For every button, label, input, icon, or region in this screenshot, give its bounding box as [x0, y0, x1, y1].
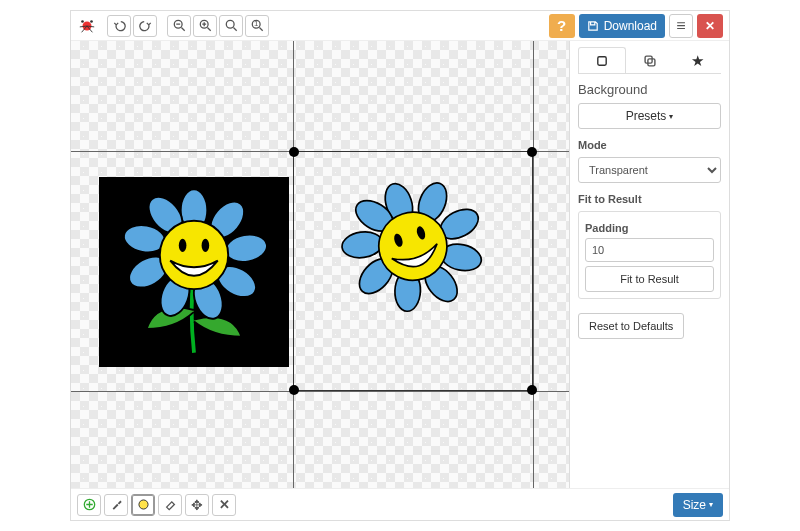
help-button[interactable]: ?	[549, 14, 575, 38]
top-toolbar: 1 ? Download ≡ ✕	[71, 11, 729, 41]
square-icon	[595, 54, 609, 68]
x-icon: ✕	[219, 497, 230, 512]
svg-rect-32	[598, 56, 606, 64]
mode-select[interactable]: Transparent	[578, 157, 721, 183]
menu-button[interactable]: ≡	[669, 14, 693, 38]
svg-point-18	[179, 239, 187, 252]
sidebar-tabs: ★	[578, 47, 721, 74]
undo-button[interactable]	[107, 15, 131, 37]
reset-defaults-button[interactable]: Reset to Defaults	[578, 313, 684, 339]
menu-icon: ≡	[676, 18, 685, 34]
crop-selection[interactable]	[293, 151, 533, 391]
padding-label: Padding	[585, 222, 714, 234]
crop-handle-bl[interactable]	[289, 385, 299, 395]
tool-move[interactable]: ✥	[185, 494, 209, 516]
fit-section-label: Fit to Result	[578, 193, 721, 205]
download-label: Download	[604, 19, 657, 33]
tool-clear[interactable]: ✕	[212, 494, 236, 516]
size-button[interactable]: Size ▾	[673, 493, 723, 517]
tab-multi[interactable]	[626, 47, 674, 73]
redo-button[interactable]	[133, 15, 157, 37]
fit-to-result-button[interactable]: Fit to Result	[585, 266, 714, 292]
svg-text:1: 1	[254, 19, 258, 28]
zoom-in-button[interactable]	[193, 15, 217, 37]
download-button[interactable]: Download	[579, 14, 665, 38]
tool-add[interactable]	[77, 494, 101, 516]
presets-button[interactable]: Presets ▾	[578, 103, 721, 129]
save-icon	[587, 20, 599, 32]
crop-handle-tl[interactable]	[289, 147, 299, 157]
tool-erase[interactable]	[158, 494, 182, 516]
fit-fieldset: Padding Fit to Result	[578, 211, 721, 299]
eyedropper-icon	[110, 498, 123, 511]
crop-handle-tr[interactable]	[527, 147, 537, 157]
svg-point-1	[90, 20, 93, 23]
plus-circle-icon	[83, 498, 96, 511]
mode-label: Mode	[578, 139, 721, 151]
svg-point-36	[138, 500, 147, 509]
size-label: Size	[683, 498, 706, 512]
svg-point-17	[160, 221, 228, 289]
svg-point-10	[223, 232, 269, 265]
move-icon: ✥	[191, 497, 203, 513]
tool-highlight[interactable]	[131, 494, 155, 516]
close-button[interactable]: ✕	[697, 14, 723, 38]
star-icon: ★	[691, 52, 704, 70]
tab-favorite[interactable]: ★	[673, 47, 721, 73]
right-sidebar: ★ Background Presets ▾ Mode Transparent …	[569, 41, 729, 488]
background-section-title: Background	[578, 82, 721, 97]
close-icon: ✕	[705, 19, 715, 33]
circle-yellow-icon	[137, 498, 150, 511]
caret-down-icon: ▾	[709, 500, 713, 509]
svg-point-5	[226, 20, 234, 28]
bottom-toolbar: ✥ ✕ Size ▾	[71, 488, 729, 520]
crop-handle-br[interactable]	[527, 385, 537, 395]
tool-eyedropper[interactable]	[104, 494, 128, 516]
crop-guide-right	[533, 41, 534, 488]
crop-guide-bottom	[71, 391, 569, 392]
canvas-area[interactable]	[71, 41, 569, 488]
presets-label: Presets	[626, 109, 667, 123]
stack-icon	[643, 54, 657, 68]
padding-input[interactable]	[585, 238, 714, 262]
tab-single[interactable]	[578, 47, 626, 73]
svg-point-19	[202, 239, 210, 252]
original-image	[99, 177, 289, 367]
zoom-out-button[interactable]	[167, 15, 191, 37]
zoom-actual-button[interactable]: 1	[245, 15, 269, 37]
zoom-fit-button[interactable]	[219, 15, 243, 37]
eraser-icon	[164, 498, 177, 511]
svg-point-0	[81, 20, 84, 23]
caret-down-icon: ▾	[669, 112, 673, 121]
app-logo	[77, 16, 97, 36]
